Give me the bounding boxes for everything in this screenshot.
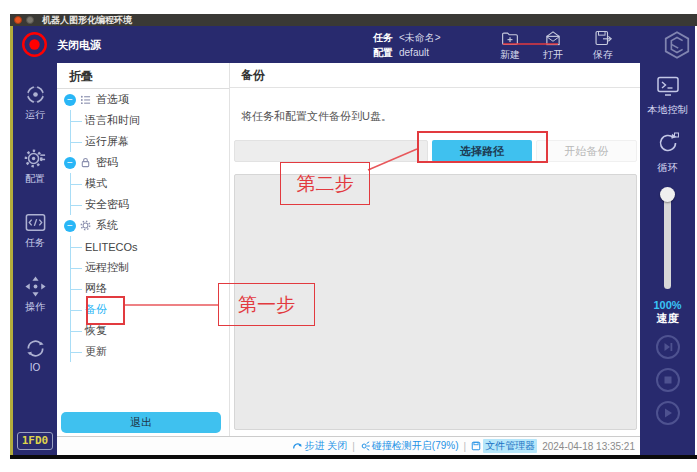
tree-item-mode[interactable]: 模式 <box>71 173 229 194</box>
nav-item-operate-label: 操作 <box>25 301 45 312</box>
brand-logo <box>661 30 693 64</box>
local-control-button[interactable] <box>655 75 681 101</box>
tree-item-language-time[interactable]: 语言和时间 <box>71 110 229 131</box>
settings-tree: − 首选项 语言和时间 运行屏幕 − 密码 <box>57 89 229 362</box>
nav-item-task[interactable]: 任务 <box>13 211 57 250</box>
nav-item-run-label: 运行 <box>25 109 45 120</box>
file-manager-label: 文件管理器 <box>483 439 537 453</box>
tree-group-password: − 密码 模式 安全密码 <box>57 152 229 215</box>
page-title: 备份 <box>230 63 640 88</box>
tree-node-label: 首选项 <box>96 92 129 107</box>
lock-icon <box>80 157 92 168</box>
open-icon <box>543 29 563 47</box>
annotation-step1: 第一步 <box>218 283 315 326</box>
tree-collapse-header[interactable]: 折叠 <box>57 63 229 89</box>
nav-item-operate[interactable]: 操作 <box>13 275 57 314</box>
local-control-icon <box>655 75 681 97</box>
tree-group-preferences: − 首选项 语言和时间 运行屏幕 <box>57 89 229 152</box>
step-icon <box>292 441 302 451</box>
speed-slider-handle[interactable] <box>660 187 675 202</box>
window-titlebar: 机器人图形化编程环境 <box>10 14 697 26</box>
collapse-minus-icon[interactable]: − <box>64 94 76 106</box>
tree-item-remote-control[interactable]: 远程控制 <box>71 257 229 278</box>
tree-node-password[interactable]: − 密码 <box>57 152 229 173</box>
settings-tree-panel: 折叠 − 首选项 语言和时间 运行屏幕 − <box>57 63 230 436</box>
new-icon <box>500 29 520 47</box>
exit-button[interactable]: 退出 <box>61 412 221 433</box>
preferences-icon <box>80 94 92 105</box>
task-label: 任务 <box>373 32 393 43</box>
annotation-box-select-path <box>417 131 548 163</box>
robot-id-badge: 1FD0 <box>17 432 53 450</box>
nav-item-config[interactable]: 配置 <box>13 147 57 186</box>
backup-path-input[interactable] <box>234 140 428 162</box>
window-bottom-border <box>10 455 697 459</box>
collapse-minus-icon[interactable]: − <box>64 157 76 169</box>
step-forward-button[interactable] <box>656 335 680 359</box>
annotation-box-backup-item <box>86 296 125 325</box>
run-icon <box>24 83 47 106</box>
system-gear-icon <box>80 220 92 231</box>
nav-item-io[interactable]: IO <box>13 337 57 373</box>
stop-button[interactable] <box>656 368 680 392</box>
stop-icon <box>663 375 673 385</box>
play-button[interactable] <box>656 401 680 425</box>
save-label: 保存 <box>583 48 623 62</box>
play-icon <box>662 407 674 419</box>
step-forward-icon <box>662 341 674 353</box>
window-close-icon[interactable] <box>14 16 22 24</box>
collapse-minus-icon[interactable]: − <box>64 220 76 232</box>
status-bar: 步进 关闭 | 碰撞检测开启(79%) | 文件管理器 2024-04-18 1… <box>57 436 640 455</box>
new-button[interactable]: 新建 <box>490 29 530 62</box>
tree-item-safety-password[interactable]: 安全密码 <box>71 194 229 215</box>
collision-status-label: 碰撞检测开启(79%) <box>372 439 459 453</box>
save-button[interactable]: 保存 <box>583 29 623 62</box>
nav-item-io-label: IO <box>30 362 41 373</box>
loop-button[interactable] <box>655 131 681 159</box>
file-manager-status[interactable]: 文件管理器 <box>471 439 537 453</box>
tree-node-preferences[interactable]: − 首选项 <box>57 89 229 110</box>
annotation-step2: 第二步 <box>280 162 370 205</box>
tree-node-label: 系统 <box>96 218 118 233</box>
io-icon <box>24 337 47 360</box>
speed-percent: 100% <box>653 299 681 311</box>
nav-item-config-label: 配置 <box>25 173 45 184</box>
file-manager-icon <box>471 441 481 451</box>
loop-label: 循环 <box>658 161 678 175</box>
status-separator: | <box>464 441 467 452</box>
right-control-rail: 本地控制 循环 100% 速度 <box>640 63 695 455</box>
nav-item-run[interactable]: 运行 <box>13 83 57 122</box>
collision-status[interactable]: 碰撞检测开启(79%) <box>360 439 459 453</box>
config-icon <box>24 147 47 170</box>
backup-panel: 备份 将任务和配置文件备份到U盘。 选择路径 开始备份 <box>230 63 640 436</box>
start-backup-button[interactable]: 开始备份 <box>536 140 637 162</box>
tree-item-update[interactable]: 更新 <box>71 341 229 362</box>
speed-label: 速度 <box>657 311 679 326</box>
step-mode-status[interactable]: 步进 关闭 <box>292 439 347 453</box>
speed-slider[interactable] <box>664 189 671 289</box>
status-separator: | <box>352 441 355 452</box>
app-header: 关闭电源 任务<未命名> 配置default 新建 打开 <box>13 26 695 63</box>
tree-item-elitecos[interactable]: ELITECOs <box>71 236 229 257</box>
loop-icon <box>655 131 681 155</box>
tree-node-system[interactable]: − 系统 <box>57 215 229 236</box>
open-label: 打开 <box>533 48 573 62</box>
config-value: default <box>399 47 429 58</box>
tree-group-system: − 系统 ELITECOs 远程控制 网络 备份 恢复 更新 <box>57 215 229 362</box>
new-label: 新建 <box>490 48 530 62</box>
power-icon <box>21 31 48 58</box>
window-title: 机器人图形化编程环境 <box>42 14 132 27</box>
status-timestamp: 2024-04-18 13:35:21 <box>542 441 635 452</box>
backup-description: 将任务和配置文件备份到U盘。 <box>241 109 392 124</box>
power-button[interactable] <box>21 31 48 58</box>
tree-item-run-screen[interactable]: 运行屏幕 <box>71 131 229 152</box>
nav-item-task-label: 任务 <box>25 237 45 248</box>
task-icon <box>24 211 47 234</box>
task-config-info: 任务<未命名> 配置default <box>373 30 441 60</box>
step-mode-label: 步进 关闭 <box>304 439 347 453</box>
open-button[interactable]: 打开 <box>533 29 573 62</box>
operate-icon <box>24 275 47 298</box>
collision-icon <box>360 441 370 451</box>
window-minimize-icon[interactable] <box>26 16 34 24</box>
local-control-label: 本地控制 <box>648 103 688 117</box>
